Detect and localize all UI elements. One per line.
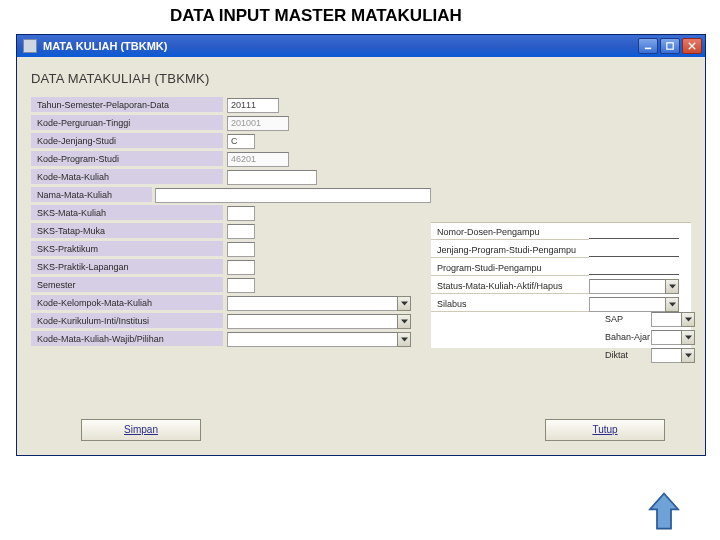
chevron-down-icon[interactable] [681,348,695,363]
app-icon [23,39,37,53]
label-sks-pl: SKS-Praktik-Lapangan [31,259,223,275]
label-kode-mk: Kode-Mata-Kuliah [31,169,223,185]
select-bahan-ajar[interactable] [651,330,695,345]
label-kode-wajib: Kode-Mata-Kuliah-Wajib/Pilihan [31,331,223,347]
select-kode-wajib[interactable] [227,332,411,347]
label-sks-prak: SKS-Praktikum [31,241,223,257]
form-title: DATA MATAKULIAH (TBKMK) [31,71,691,86]
label-status-mk: Status-Mata-Kuliah-Aktif/Hapus [431,278,589,294]
chevron-down-icon[interactable] [397,332,411,347]
field-kode-prodi: 46201 [227,152,289,167]
field-prodi-pengampu[interactable] [589,261,679,275]
select-kode-kurikulum[interactable] [227,314,411,329]
field-semester[interactable] [227,278,255,293]
select-diktat[interactable] [651,348,695,363]
field-sks-tm[interactable] [227,224,255,239]
close-form-button[interactable]: Tutup [545,419,665,441]
close-button[interactable] [682,38,702,54]
label-nomor-dosen: Nomor-Dosen-Pengampu [431,224,589,240]
titlebar: MATA KULIAH (TBKMK) [17,35,705,57]
chevron-down-icon[interactable] [397,314,411,329]
field-sks-pl[interactable] [227,260,255,275]
label-nama-mk: Nama-Mata-Kuliah [31,187,152,203]
field-tahun-semester[interactable]: 20111 [227,98,279,113]
select-kode-kelompok[interactable] [227,296,411,311]
chevron-down-icon[interactable] [665,279,679,294]
label-kode-kelompok: Kode-Kelompok-Mata-Kuliah [31,295,223,311]
window-title: MATA KULIAH (TBKMK) [43,40,167,52]
field-kode-pt: 201001 [227,116,289,131]
app-window: MATA KULIAH (TBKMK) DATA MATAKULIAH (TBK… [16,34,706,456]
field-jenjang-prodi-pengampu[interactable] [589,243,679,257]
label-sap: SAP [603,311,651,327]
label-tahun-semester: Tahun-Semester-Pelaporan-Data [31,97,223,113]
field-nomor-dosen[interactable] [589,225,679,239]
save-button[interactable]: Simpan [81,419,201,441]
chevron-down-icon[interactable] [397,296,411,311]
field-sks-prak[interactable] [227,242,255,257]
chevron-down-icon[interactable] [681,330,695,345]
label-prodi-pengampu: Program-Studi-Pengampu [431,260,589,276]
field-nama-mk[interactable] [155,188,431,203]
svg-rect-0 [645,48,651,50]
chevron-down-icon[interactable] [681,312,695,327]
field-kode-mk[interactable] [227,170,317,185]
select-status-mk[interactable] [589,279,679,294]
label-kode-kurikulum: Kode-Kurikulum-Inti/Institusi [31,313,223,329]
field-kode-jenjang[interactable]: C [227,134,255,149]
up-arrow-icon [646,490,682,532]
label-bahan-ajar: Bahan-Ajar [603,329,651,345]
label-kode-pt: Kode-Perguruan-Tinggi [31,115,223,131]
svg-rect-1 [667,43,673,49]
field-sks-mk[interactable] [227,206,255,221]
label-kode-prodi: Kode-Program-Studi [31,151,223,167]
label-silabus: Silabus [431,296,589,312]
label-sks-mk: SKS-Mata-Kuliah [31,205,223,221]
label-semester: Semester [31,277,223,293]
label-diktat: Diktat [603,347,651,363]
select-sap[interactable] [651,312,695,327]
page-heading: DATA INPUT MASTER MATAKULIAH [0,0,720,34]
label-kode-jenjang: Kode-Jenjang-Studi [31,133,223,149]
label-jenjang-prodi-pengampu: Jenjang-Program-Studi-Pengampu [431,242,589,258]
minimize-button[interactable] [638,38,658,54]
maximize-button[interactable] [660,38,680,54]
client-area: DATA MATAKULIAH (TBKMK) Tahun-Semester-P… [17,57,705,455]
label-sks-tm: SKS-Tatap-Muka [31,223,223,239]
